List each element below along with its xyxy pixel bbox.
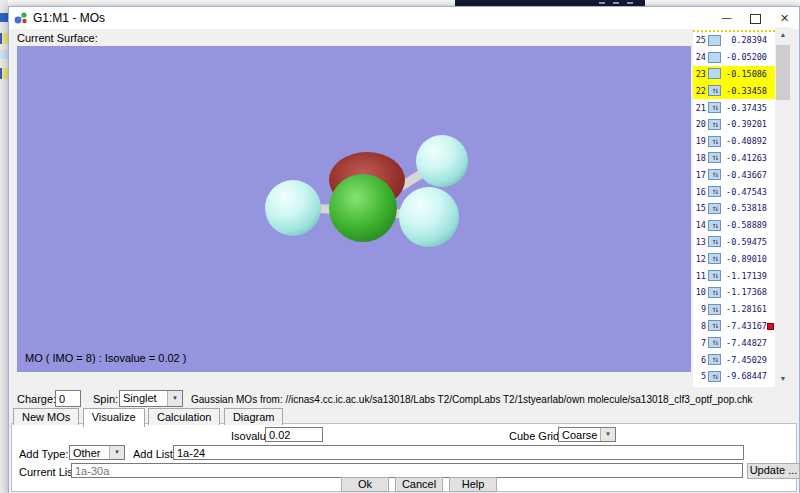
molecule-render <box>17 46 691 372</box>
help-button[interactable]: Help <box>449 477 497 492</box>
virtual-orbital-icon[interactable] <box>708 52 721 63</box>
background-icon <box>0 13 8 22</box>
virtual-orbital-icon[interactable] <box>708 68 721 79</box>
mo-row[interactable]: 21↑↓-0.37435 <box>693 99 775 116</box>
mo-row[interactable]: 16↑↓-0.47543 <box>693 183 775 200</box>
mo-number: 6 <box>693 355 706 365</box>
mo-energy: -7.44827 <box>721 338 775 348</box>
mo-row[interactable]: 4↑↓-24.68490 <box>693 385 775 387</box>
add-list-input[interactable] <box>173 445 744 460</box>
mo-row[interactable]: 9↑↓-1.28161 <box>693 301 775 318</box>
mo-number: 18 <box>693 153 706 163</box>
charge-input[interactable] <box>55 390 81 407</box>
mo-row[interactable]: 24-0.05200 <box>693 49 775 66</box>
background-minimize-icon <box>599 2 605 4</box>
mo-row[interactable]: 10↑↓-1.17368 <box>693 284 775 301</box>
update-button[interactable]: Update ... <box>747 463 800 479</box>
scroll-up-icon[interactable]: ▲ <box>775 27 791 43</box>
background-app-strip <box>0 0 8 493</box>
current-surface-label: Current Surface: <box>17 32 98 44</box>
occupied-orbital-icon[interactable]: ↑↓ <box>708 337 721 348</box>
occupied-orbital-icon[interactable]: ↑↓ <box>708 371 721 382</box>
close-button[interactable]: ✕ <box>770 7 799 29</box>
occupied-orbital-icon[interactable]: ↑↓ <box>708 270 721 281</box>
virtual-orbital-icon[interactable] <box>708 35 721 46</box>
ok-button[interactable]: Ok <box>341 477 389 492</box>
mo-row[interactable]: 13↑↓-0.59475 <box>693 234 775 251</box>
mo-number: 9 <box>693 304 706 314</box>
mo-energy: -0.41263 <box>721 153 775 163</box>
mo-row[interactable]: 11↑↓-1.17139 <box>693 267 775 284</box>
mo-number: 24 <box>693 52 706 62</box>
mo-row[interactable]: 14↑↓-0.58889 <box>693 217 775 234</box>
mo-row[interactable]: 7↑↓-7.44827 <box>693 334 775 351</box>
mo-energy: -0.53818 <box>721 203 775 213</box>
mo-row[interactable]: 8↑↓-7.43167 <box>693 318 775 335</box>
mo-energy: -9.68447 <box>721 371 775 381</box>
desktop-background: G1:M1 - MOs — ✕ Current Surface: <box>0 0 800 493</box>
occupied-orbital-icon[interactable]: ↑↓ <box>708 236 721 247</box>
tab-new-mos[interactable]: New MOs <box>13 408 79 425</box>
mo-row[interactable]: 6↑↓-7.45029 <box>693 351 775 368</box>
spin-label: Spin: <box>93 393 118 405</box>
window-icon <box>14 11 28 25</box>
occupied-orbital-icon[interactable]: ↑↓ <box>708 220 721 231</box>
mo-row[interactable]: 22↑↓-0.33458 <box>693 82 775 99</box>
maximize-button[interactable] <box>741 7 770 29</box>
mo-row[interactable]: 15↑↓-0.53818 <box>693 200 775 217</box>
occupied-orbital-icon[interactable]: ↑↓ <box>708 85 721 96</box>
mo-row[interactable]: 23-0.15086 <box>693 66 775 83</box>
titlebar[interactable]: G1:M1 - MOs — ✕ <box>9 7 799 29</box>
occupied-orbital-icon[interactable]: ↑↓ <box>708 152 721 163</box>
mo-row[interactable]: 5↑↓-9.68447 <box>693 368 775 385</box>
mo-list[interactable]: 250.2839424-0.0520023-0.1508622↑↓-0.3345… <box>693 27 775 387</box>
mo-list-scrollbar[interactable]: ▲ ▼ <box>775 27 791 387</box>
occupied-orbital-icon[interactable]: ↑↓ <box>708 287 721 298</box>
occupied-orbital-icon[interactable]: ↑↓ <box>708 320 721 331</box>
scrollbar-thumb[interactable] <box>776 45 790 100</box>
spin-value: Singlet <box>123 392 157 404</box>
occupied-orbital-icon[interactable]: ↑↓ <box>708 102 721 113</box>
chevron-down-icon: ▼ <box>109 446 124 459</box>
mos-dialog: G1:M1 - MOs — ✕ Current Surface: <box>8 6 800 493</box>
occupied-orbital-icon[interactable]: ↑↓ <box>708 136 721 147</box>
tab-visualize[interactable]: Visualize <box>83 408 145 427</box>
occupied-orbital-icon[interactable]: ↑↓ <box>708 169 721 180</box>
window-title: G1:M1 - MOs <box>33 11 105 25</box>
tab-diagram[interactable]: Diagram <box>224 408 284 425</box>
mo-row[interactable]: 20↑↓-0.39201 <box>693 116 775 133</box>
occupied-orbital-icon[interactable]: ↑↓ <box>708 253 721 264</box>
fluorine-atom <box>399 187 459 247</box>
cube-grid-select[interactable]: Coarse ▼ <box>558 427 616 442</box>
mo-number: 16 <box>693 187 706 197</box>
mo-row[interactable]: 19↑↓-0.40892 <box>693 133 775 150</box>
mo-number: 15 <box>693 203 706 213</box>
scroll-down-icon[interactable]: ▼ <box>775 371 791 387</box>
cancel-button[interactable]: Cancel <box>395 477 443 492</box>
spin-select[interactable]: Singlet ▼ <box>119 390 183 407</box>
minimize-button[interactable]: — <box>712 7 741 29</box>
isovalue-input[interactable] <box>265 427 323 442</box>
mo-number: 12 <box>693 254 706 264</box>
mo-energy: -0.47543 <box>721 187 775 197</box>
molecule-viewport[interactable]: MO ( IMO = 8) : Isovalue = 0.02 ) <box>17 46 691 372</box>
chevron-down-icon: ▼ <box>167 391 182 406</box>
mo-number: 21 <box>693 103 706 113</box>
occupied-orbital-icon[interactable]: ↑↓ <box>708 186 721 197</box>
tab-calculation[interactable]: Calculation <box>148 408 220 425</box>
mo-energy: -0.05200 <box>721 52 775 62</box>
current-list-input[interactable] <box>71 463 743 478</box>
occupied-orbital-icon[interactable]: ↑↓ <box>708 304 721 315</box>
add-type-select[interactable]: Other ▼ <box>69 445 125 460</box>
mo-energy: -0.37435 <box>721 103 775 113</box>
occupied-orbital-icon[interactable]: ↑↓ <box>708 203 721 214</box>
mo-row[interactable]: 18↑↓-0.41263 <box>693 150 775 167</box>
fluorine-atom <box>416 135 468 187</box>
occupied-orbital-icon[interactable]: ↑↓ <box>708 119 721 130</box>
fluorine-atom <box>265 180 321 236</box>
background-close-icon <box>627 2 633 4</box>
mo-row[interactable]: 250.28394 <box>693 32 775 49</box>
mo-row[interactable]: 12↑↓-0.89010 <box>693 250 775 267</box>
occupied-orbital-icon[interactable]: ↑↓ <box>708 354 721 365</box>
mo-row[interactable]: 17↑↓-0.43667 <box>693 166 775 183</box>
